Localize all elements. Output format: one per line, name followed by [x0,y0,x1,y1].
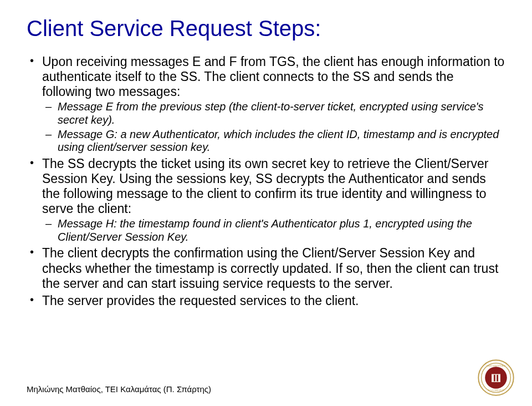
sub-list-2: Message H: the timestamp found in client… [42,217,505,243]
sub-list-1: Message E from the previous step (the cl… [42,100,505,154]
slide-title: Client Service Request Steps: [27,16,505,41]
bullet-item-4: The server provides the requested servic… [27,293,505,308]
svg-text:ΚΑΛΑΜΑΤΑΣ: ΚΑΛΑΜΑΤΑΣ [488,389,504,392]
bullet-list: Upon receiving messages E and F from TGS… [27,54,505,308]
slide: Client Service Request Steps: Upon recei… [0,0,532,406]
bullet-text-2: The SS decrypts the ticket using its own… [42,156,488,216]
svg-rect-5 [497,375,498,382]
svg-rect-6 [491,373,501,374]
bullet-item-3: The client decrypts the confirmation usi… [27,246,505,291]
svg-text:ΕΚΠΑΙΔΕΥΤΙΚΟ: ΕΚΠΑΙΔΕΥΤΙΚΟ [487,364,506,367]
bullet-text-4: The server provides the requested servic… [42,293,359,308]
bullet-text-3: The client decrypts the confirmation usi… [42,246,498,290]
bullet-item-2: The SS decrypts the ticket using its own… [27,156,505,244]
institution-logo-icon: ΕΚΠΑΙΔΕΥΤΙΚΟ ΚΑΛΑΜΑΤΑΣ [478,359,514,396]
svg-rect-3 [492,373,500,382]
svg-rect-4 [494,375,495,382]
sub-item-2-1: Message H: the timestamp found in client… [42,217,505,243]
sub-text-1-1: Message E from the previous step (the cl… [58,100,484,126]
bullet-item-1: Upon receiving messages E and F from TGS… [27,54,505,154]
bullet-text-1: Upon receiving messages E and F from TGS… [42,54,504,99]
sub-item-1-2: Message G: a new Authenticator, which in… [42,128,505,154]
sub-text-1-2: Message G: a new Authenticator, which in… [58,128,499,154]
sub-text-2-1: Message H: the timestamp found in client… [58,217,472,243]
sub-item-1-1: Message E from the previous step (the cl… [42,100,505,126]
footer-text: Μηλιώνης Ματθαίος, ΤΕΙ Καλαμάτας (Π. Σπά… [27,384,211,394]
